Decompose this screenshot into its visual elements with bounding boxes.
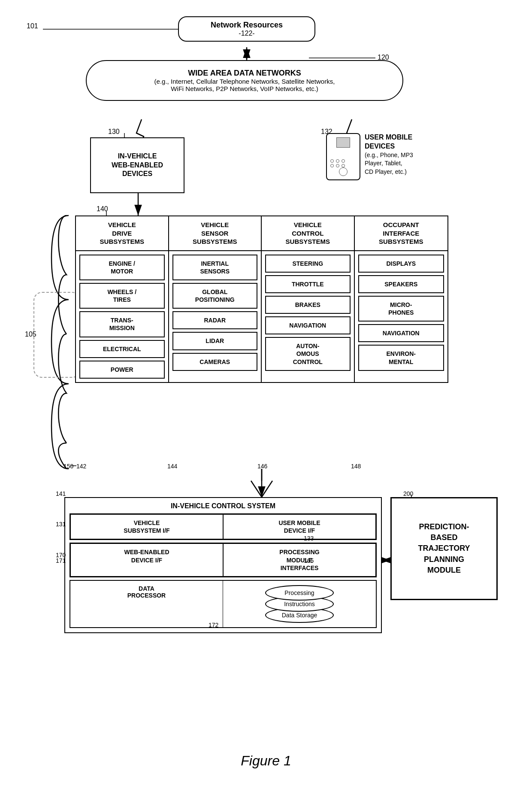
cs-vehicle-if: VEHICLESUBSYSTEM I/F [70, 514, 223, 539]
cs-row1: VEHICLESUBSYSTEM I/F USER MOBILEDEVICE I… [70, 513, 377, 540]
cell-throttle: THROTTLE [265, 275, 351, 293]
cs-processing-if: PROCESSINGMODULEINTERFACES [223, 543, 376, 577]
cell-engine: ENGINE /MOTOR [79, 255, 165, 280]
header-sensor: VEHICLESENSORSUBSYSTEMS [169, 216, 262, 250]
cs-web-if: WEB-ENABLEDDEVICE I/F [70, 543, 223, 577]
cell-cameras: CAMERAS [172, 353, 258, 371]
ref-150: 150 [63, 463, 73, 470]
ref-140: 140 [97, 205, 108, 213]
ref-144: 144 [167, 463, 177, 470]
cell-microphones: MICRO-PHONES [358, 296, 444, 322]
cs-row3: DATAPROCESSOR Processing Instructions Da… [70, 580, 377, 628]
cell-wheels: WHEELS /TIRES [79, 283, 165, 309]
cell-autonomous: AUTON-OMOUSCONTROL [265, 337, 351, 371]
header-drive: VEHICLEDRIVESUBSYSTEMS [76, 216, 169, 250]
control-system-title: IN-VEHICLE CONTROL SYSTEM [70, 502, 377, 510]
ref-200: 200 [403, 490, 413, 497]
ref-171: 171 [56, 557, 66, 564]
ref-130: 130 [108, 128, 120, 136]
ref-141: 141 [56, 490, 66, 497]
vehicle-outline [33, 292, 81, 378]
ref-165: 165 [304, 557, 314, 564]
cell-gps: GLOBALPOSITIONING [172, 283, 258, 309]
header-occupant: OCCUPANTINTERFACESUBSYSTEMS [355, 216, 448, 250]
header-control: VEHICLECONTROLSUBSYSTEMS [262, 216, 355, 250]
diagram-container: 101 Network Resources -122- 120 WIDE ARE… [0, 0, 532, 786]
ref-142: 142 [76, 463, 86, 470]
cell-environmental: ENVIRON-MENTAL [358, 345, 444, 370]
cs-mobile-if: USER MOBILEDEVICE I/F [223, 514, 376, 539]
figure-caption: Figure 1 [0, 753, 532, 769]
cell-displays: DISPLAYS [358, 255, 444, 273]
col-sensor: INERTIALSENSORS GLOBALPOSITIONING RADAR … [169, 251, 262, 382]
cell-inertial: INERTIALSENSORS [172, 255, 258, 280]
cloud-desc2: WiFi Networks, P2P Networks, VoIP Networ… [100, 85, 390, 92]
cell-steering: STEERING [265, 255, 351, 273]
arrows-svg [0, 0, 532, 786]
mobile-devices-text: USER MOBILEDEVICES (e.g., Phone, MP3Play… [365, 133, 413, 176]
ellipse-stack: Processing Instructions Data Storage [265, 585, 334, 623]
cell-lidar: LIDAR [172, 332, 258, 350]
grid-headers: VEHICLEDRIVESUBSYSTEMS VEHICLESENSORSUBS… [76, 216, 447, 251]
cell-radar: RADAR [172, 311, 258, 329]
cloud-title: WIDE AREA DATA NETWORKS [100, 69, 390, 78]
control-system: IN-VEHICLE CONTROL SYSTEM VEHICLESUBSYST… [64, 497, 382, 633]
prediction-label: PREDICTION-BASEDTRAJECTORYPLANNINGMODULE [418, 522, 470, 576]
network-resources-ref: -122- [186, 30, 308, 37]
col-control: STEERING THROTTLE BRAKES NAVIGATION AUTO… [262, 251, 355, 382]
mobile-phone-icon [326, 133, 360, 180]
wide-area-network-cloud: WIDE AREA DATA NETWORKS (e.g., Internet,… [86, 60, 403, 101]
prediction-box: PREDICTION-BASEDTRAJECTORYPLANNINGMODULE [390, 497, 498, 600]
ref-146: 146 [257, 463, 267, 470]
cloud-desc1: (e.g., Internet, Cellular Telephone Netw… [100, 78, 390, 85]
col-occupant: DISPLAYS SPEAKERS MICRO-PHONES NAVIGATIO… [355, 251, 448, 382]
mobile-devices-title: USER MOBILEDEVICES [365, 133, 413, 151]
cs-row2: WEB-ENABLEDDEVICE I/F PROCESSINGMODULEIN… [70, 543, 377, 577]
mobile-devices: USER MOBILEDEVICES (e.g., Phone, MP3Play… [326, 133, 481, 180]
ref-101: 101 [27, 22, 38, 30]
ref-172: 172 [209, 622, 218, 628]
cell-speakers: SPEAKERS [358, 275, 444, 293]
network-resources-title: Network Resources [186, 21, 308, 30]
ellipse-processing: Processing [265, 585, 334, 601]
cs-storage: Processing Instructions Data Storage [223, 581, 376, 627]
ref-133: 133 [304, 535, 314, 542]
grid-rows: ENGINE /MOTOR WHEELS /TIRES TRANS-MISSIO… [76, 251, 447, 382]
subsystems-grid: VEHICLEDRIVESUBSYSTEMS VEHICLESENSORSUBS… [75, 215, 448, 383]
ref-148: 148 [351, 463, 361, 470]
cell-navigation-occ: NAVIGATION [358, 324, 444, 342]
cell-electrical: ELECTRICAL [79, 340, 165, 358]
cell-transmission: TRANS-MISSION [79, 311, 165, 337]
cs-data-processor: DATAPROCESSOR [70, 581, 223, 627]
mobile-devices-sub: (e.g., Phone, MP3Player, Tablet,CD Playe… [365, 151, 413, 176]
ref-131: 131 [56, 521, 66, 528]
network-resources-box: Network Resources -122- [178, 16, 315, 42]
invehicle-label: IN-VEHICLEWEB-ENABLEDDEVICES [112, 152, 163, 179]
cell-power: POWER [79, 361, 165, 379]
cell-navigation-ctrl: NAVIGATION [265, 316, 351, 334]
cell-brakes: BRAKES [265, 296, 351, 314]
invehicle-box: IN-VEHICLEWEB-ENABLEDDEVICES [90, 137, 184, 193]
col-drive: ENGINE /MOTOR WHEELS /TIRES TRANS-MISSIO… [76, 251, 169, 382]
